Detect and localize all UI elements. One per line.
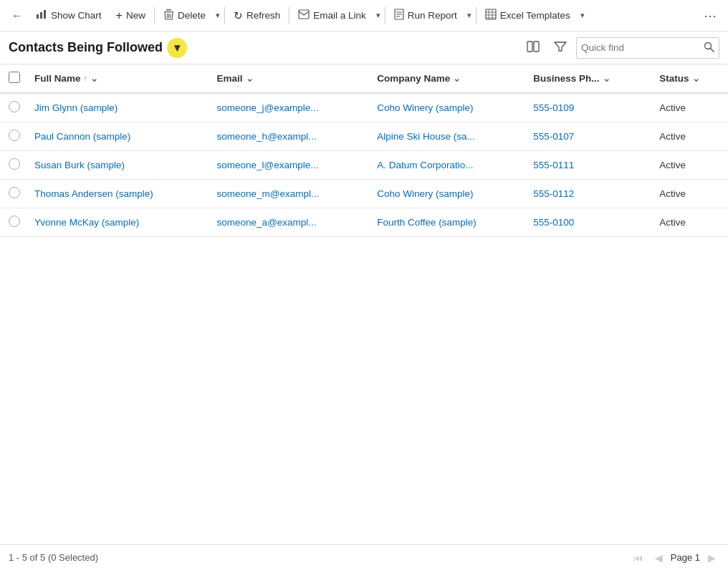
phone-link[interactable]: 555-0111 [533,160,574,170]
status-sort-dropdown-icon[interactable] [692,73,700,84]
phone-link[interactable]: 555-0112 [533,188,574,199]
email-link[interactable]: someone_h@exampl... [217,131,317,142]
filter-icon [554,41,567,55]
filter-button[interactable] [549,37,572,59]
separator-2 [224,7,225,24]
excel-dropdown-button[interactable]: ▾ [578,6,588,24]
row-select-checkbox[interactable] [9,158,20,170]
table-row: Yvonne McKay (sample) someone_a@exampl..… [0,208,728,237]
row-fullname: Paul Cannon (sample) [26,122,209,151]
delete-button[interactable]: Delete [156,4,213,26]
excel-templates-button[interactable]: Excel Templates [478,4,578,26]
row-checkbox-cell [0,208,26,237]
row-checkbox-cell [0,180,26,208]
show-chart-button[interactable]: Show Chart [29,4,109,26]
excel-templates-label: Excel Templates [500,10,570,21]
view-title-container: Contacts Being Followed ▾ [9,38,187,58]
chevron-down-icon: ▾ [174,42,180,54]
row-fullname: Thomas Andersen (sample) [26,180,209,208]
email-link[interactable]: someone_m@exampl... [217,188,320,199]
select-all-checkbox[interactable] [9,72,20,83]
new-button[interactable]: + New [109,5,153,26]
email-link-button[interactable]: Email a Link [291,5,373,26]
row-select-checkbox[interactable] [9,101,20,112]
phone-sort-dropdown-icon[interactable] [603,73,610,84]
first-page-button[interactable]: ⏮ [630,551,647,565]
phone-link[interactable]: 555-0100 [533,217,574,228]
row-status: Active [651,208,728,237]
table-row: Jim Glynn (sample) someone_j@example... … [0,93,728,122]
company-link[interactable]: Coho Winery (sample) [377,188,473,199]
header-fullname-label: Full Name [34,73,81,84]
row-checkbox-cell [0,151,26,180]
row-select-checkbox[interactable] [9,187,20,198]
table-row: Thomas Andersen (sample) someone_m@examp… [0,180,728,208]
svg-rect-19 [527,42,532,52]
svg-rect-8 [299,10,309,19]
svg-rect-1 [40,12,42,19]
company-link[interactable]: A. Datum Corporatio... [377,160,473,170]
page-label: Page 1 [671,552,700,563]
header-checkbox-col [0,64,26,93]
sort-asc-icon[interactable] [84,74,87,82]
row-company: Alpine Ski House (sa... [368,122,525,151]
email-dropdown-button[interactable]: ▾ [373,6,383,24]
row-fullname: Yvonne McKay (sample) [26,208,209,237]
svg-rect-3 [164,11,173,12]
table-header: Full Name Email Company Name [0,64,728,93]
column-layout-button[interactable] [522,37,545,59]
next-page-button[interactable]: ▶ [704,551,719,565]
row-company: Fourth Coffee (sample) [368,208,525,237]
header-status-label: Status [659,73,689,84]
first-page-icon: ⏮ [633,552,643,564]
company-link[interactable]: Alpine Ski House (sa... [377,131,475,142]
separator-1 [154,7,155,24]
next-page-icon: ▶ [708,552,716,564]
fullname-link[interactable]: Yvonne McKay (sample) [34,217,139,228]
subheader: Contacts Being Followed ▾ [0,32,728,64]
fullname-link[interactable]: Thomas Andersen (sample) [34,188,153,199]
refresh-label: Refresh [246,10,280,21]
company-link[interactable]: Fourth Coffee (sample) [377,217,476,228]
table-container: Full Name Email Company Name [0,64,728,544]
fullname-link[interactable]: Susan Burk (sample) [34,160,125,170]
email-link[interactable]: someone_j@example... [217,102,319,113]
view-title-dropdown-button[interactable]: ▾ [167,38,187,58]
new-label: New [126,10,145,21]
row-select-checkbox[interactable] [9,216,20,227]
table-body: Jim Glynn (sample) someone_j@example... … [0,93,728,237]
header-phone-label: Business Ph... [533,73,599,84]
fullname-sort-dropdown-icon[interactable] [90,73,98,84]
refresh-icon: ↻ [234,9,243,22]
run-report-button[interactable]: Run Report [387,4,464,26]
row-email: someone_j@example... [209,93,369,122]
header-company: Company Name [368,64,525,93]
run-report-dropdown-button[interactable]: ▾ [464,6,474,24]
table-row: Paul Cannon (sample) someone_h@exampl...… [0,122,728,151]
email-link-icon [298,9,310,21]
company-sort-dropdown-icon[interactable] [453,73,461,84]
search-icon[interactable] [704,42,714,54]
delete-dropdown-button[interactable]: ▾ [213,6,223,24]
more-options-button[interactable]: ⋯ [698,4,722,28]
fullname-link[interactable]: Jim Glynn (sample) [34,102,118,113]
row-fullname: Susan Burk (sample) [26,151,209,180]
table-row: Susan Burk (sample) someone_l@example...… [0,151,728,180]
row-company: Coho Winery (sample) [368,93,525,122]
quick-find-input[interactable] [581,42,704,53]
row-fullname: Jim Glynn (sample) [26,93,209,122]
phone-link[interactable]: 555-0107 [533,131,574,142]
refresh-button[interactable]: ↻ Refresh [226,5,287,26]
prev-page-button[interactable]: ◀ [651,551,666,565]
fullname-link[interactable]: Paul Cannon (sample) [34,131,130,142]
run-report-label: Run Report [408,10,457,21]
email-sort-dropdown-icon[interactable] [246,73,254,84]
company-link[interactable]: Coho Winery (sample) [377,102,473,113]
row-select-checkbox[interactable] [9,130,20,141]
email-link[interactable]: someone_l@example... [217,160,319,170]
email-link[interactable]: someone_a@exampl... [217,217,317,228]
delete-icon [163,9,174,22]
phone-link[interactable]: 555-0109 [533,102,574,113]
svg-rect-20 [534,42,539,52]
back-button[interactable]: ← [6,5,29,26]
